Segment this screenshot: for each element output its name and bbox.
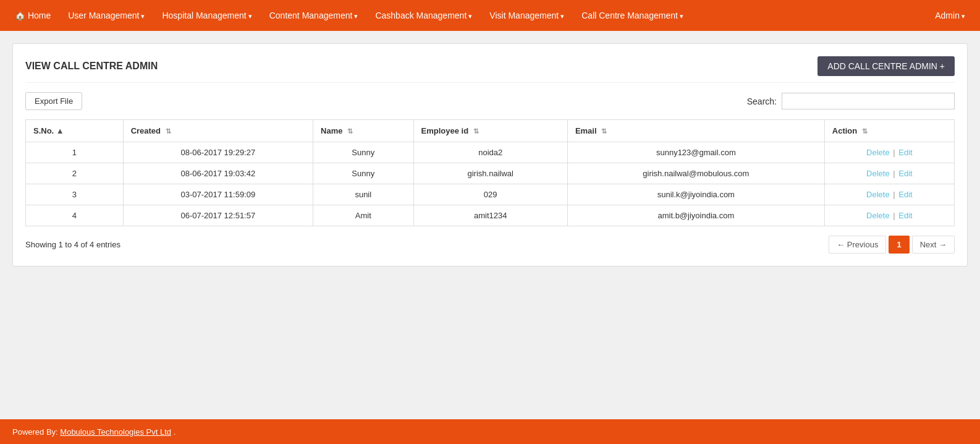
footer-text: Powered By: Mobulous Technologies Pvt Lt… xyxy=(12,427,175,437)
cell-name: Sunny xyxy=(313,163,414,184)
nav-content-management[interactable]: Content Management xyxy=(261,0,367,32)
add-call-centre-admin-button[interactable]: ADD CALL CENTRE ADMIN + xyxy=(817,56,955,76)
nav-home[interactable]: 🏠 Home xyxy=(6,0,59,31)
page-card: VIEW CALL CENTRE ADMIN ADD CALL CENTRE A… xyxy=(12,43,968,267)
cell-sno: 4 xyxy=(26,205,124,226)
col-email[interactable]: Email ⇅ xyxy=(567,120,824,142)
cell-email: sunny123@gmail.com xyxy=(567,142,824,163)
export-file-button[interactable]: Export File xyxy=(25,92,82,110)
table-body: 1 08-06-2017 19:29:27 Sunny noida2 sunny… xyxy=(26,142,955,226)
sort-icon-employee-id: ⇅ xyxy=(473,127,479,135)
cell-sno: 1 xyxy=(26,142,124,163)
col-employee-id[interactable]: Employee id ⇅ xyxy=(413,120,567,142)
nav-admin[interactable]: Admin xyxy=(926,0,974,32)
data-table: S.No. ▲ Created ⇅ Name ⇅ Employee id ⇅ E… xyxy=(25,119,955,226)
prev-button[interactable]: ← Previous xyxy=(829,236,886,254)
next-button[interactable]: Next → xyxy=(912,236,955,254)
powered-by-label: Powered By: xyxy=(12,427,60,437)
nav-cashback-management[interactable]: Cashback Management xyxy=(366,0,481,32)
cell-name: sunil xyxy=(313,184,414,205)
cell-created: 06-07-2017 12:51:57 xyxy=(123,205,313,226)
delete-link[interactable]: Delete xyxy=(866,169,890,178)
col-name[interactable]: Name ⇅ xyxy=(313,120,414,142)
action-separator: | xyxy=(893,148,897,157)
cell-email: amit.b@jiyoindia.com xyxy=(567,205,824,226)
nav-hospital-management[interactable]: Hospital Management xyxy=(153,0,260,32)
cell-name: Amit xyxy=(313,205,414,226)
table-row: 4 06-07-2017 12:51:57 Amit amit1234 amit… xyxy=(26,205,955,226)
cell-created: 08-06-2017 19:03:42 xyxy=(123,163,313,184)
pagination-row: Showing 1 to 4 of 4 entries ← Previous 1… xyxy=(25,236,955,254)
edit-link[interactable]: Edit xyxy=(898,190,912,199)
sort-icon-name: ⇅ xyxy=(347,127,353,135)
company-link[interactable]: Mobulous Technologies Pvt Ltd xyxy=(60,427,171,437)
edit-link[interactable]: Edit xyxy=(898,148,912,157)
sort-icon-created: ⇅ xyxy=(166,127,171,135)
cell-action: Delete | Edit xyxy=(824,163,954,184)
cell-email: sunil.k@jiyoindia.com xyxy=(567,184,824,205)
nav-visit-management[interactable]: Visit Management xyxy=(481,0,573,32)
main-content: VIEW CALL CENTRE ADMIN ADD CALL CENTRE A… xyxy=(0,31,980,419)
table-row: 2 08-06-2017 19:03:42 Sunny girish.nailw… xyxy=(26,163,955,184)
edit-link[interactable]: Edit xyxy=(898,169,912,178)
action-separator: | xyxy=(893,190,897,199)
cell-action: Delete | Edit xyxy=(824,205,954,226)
cell-created: 08-06-2017 19:29:27 xyxy=(123,142,313,163)
sort-up-icon: ▲ xyxy=(56,126,64,135)
action-separator: | xyxy=(893,169,897,178)
cell-sno: 3 xyxy=(26,184,124,205)
page-title: VIEW CALL CENTRE ADMIN xyxy=(25,61,158,72)
search-input[interactable] xyxy=(782,93,955,109)
showing-text: Showing 1 to 4 of 4 entries xyxy=(25,240,120,249)
cell-action: Delete | Edit xyxy=(824,184,954,205)
search-area: Search: xyxy=(747,93,955,109)
table-row: 3 03-07-2017 11:59:09 sunil 029 sunil.k@… xyxy=(26,184,955,205)
table-header-row: S.No. ▲ Created ⇅ Name ⇅ Employee id ⇅ E… xyxy=(26,120,955,142)
cell-employee-id: amit1234 xyxy=(413,205,567,226)
nav-call-centre-management[interactable]: Call Centre Management xyxy=(573,0,692,32)
delete-link[interactable]: Delete xyxy=(866,190,890,199)
col-created[interactable]: Created ⇅ xyxy=(123,120,313,142)
delete-link[interactable]: Delete xyxy=(866,211,890,220)
nav-user-management[interactable]: User Management xyxy=(59,0,153,32)
current-page[interactable]: 1 xyxy=(889,236,909,254)
col-action[interactable]: Action ⇅ xyxy=(824,120,954,142)
cell-employee-id: girish.nailwal xyxy=(413,163,567,184)
cell-email: girish.nailwal@mobulous.com xyxy=(567,163,824,184)
footer-suffix: . xyxy=(171,427,175,437)
navbar: 🏠 Home User Management Hospital Manageme… xyxy=(0,0,980,31)
action-separator: | xyxy=(893,211,897,220)
cell-name: Sunny xyxy=(313,142,414,163)
edit-link[interactable]: Edit xyxy=(898,211,912,220)
cell-action: Delete | Edit xyxy=(824,142,954,163)
search-label: Search: xyxy=(747,96,777,106)
toolbar: Export File Search: xyxy=(25,92,955,110)
sort-icon-action: ⇅ xyxy=(862,127,868,135)
card-header: VIEW CALL CENTRE ADMIN ADD CALL CENTRE A… xyxy=(25,56,955,83)
pagination: ← Previous 1 Next → xyxy=(829,236,955,254)
cell-sno: 2 xyxy=(26,163,124,184)
cell-employee-id: noida2 xyxy=(413,142,567,163)
col-sno[interactable]: S.No. ▲ xyxy=(26,120,124,142)
delete-link[interactable]: Delete xyxy=(866,148,890,157)
footer: Powered By: Mobulous Technologies Pvt Lt… xyxy=(0,419,980,444)
table-row: 1 08-06-2017 19:29:27 Sunny noida2 sunny… xyxy=(26,142,955,163)
cell-created: 03-07-2017 11:59:09 xyxy=(123,184,313,205)
sort-icon-email: ⇅ xyxy=(601,127,607,135)
cell-employee-id: 029 xyxy=(413,184,567,205)
